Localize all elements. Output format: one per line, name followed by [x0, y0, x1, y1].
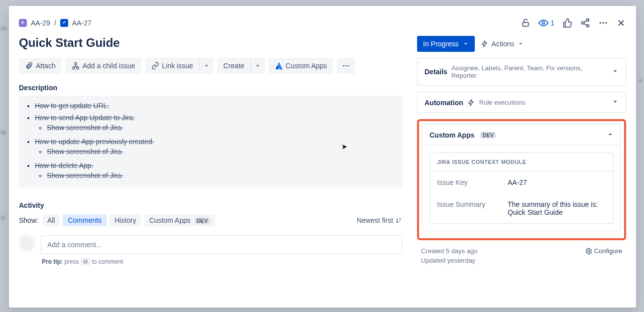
module-row-issue-key: Issue Key AA-27: [430, 171, 613, 193]
svg-point-14: [588, 250, 590, 252]
svg-point-13: [347, 65, 349, 67]
chevron-down-icon: [612, 68, 619, 76]
tab-custom-apps[interactable]: Custom Apps DEV: [144, 214, 215, 226]
custom-apps-button[interactable]: Custom Apps: [269, 58, 333, 74]
description-body[interactable]: How to get update URL.How to send App Up…: [19, 96, 402, 187]
tab-all[interactable]: All: [42, 214, 60, 226]
svg-point-1: [542, 22, 545, 24]
attach-button[interactable]: Attach: [19, 58, 62, 74]
toolbar-more[interactable]: [337, 58, 355, 74]
create-dropdown[interactable]: [251, 58, 265, 74]
bolt-icon: [467, 99, 475, 107]
breadcrumb-sep: /: [54, 19, 56, 27]
custom-apps-panel-header[interactable]: Custom Apps DEV: [423, 125, 621, 146]
atlassian-icon: [275, 62, 283, 70]
chevron-down-icon: [612, 98, 619, 107]
details-panel[interactable]: Details Assignee, Labels, Parent, Team, …: [417, 58, 626, 86]
svg-rect-10: [77, 67, 79, 69]
svg-point-6: [602, 22, 604, 23]
description-heading: Description: [19, 84, 402, 92]
activity-filter-row: Show: All Comments History Custom Apps D…: [19, 214, 402, 226]
svg-point-11: [343, 65, 344, 67]
comment-row: Add a comment...: [19, 235, 402, 254]
mouse-cursor: ➤: [341, 143, 347, 151]
issue-dialog: AA-29 / AA-27 1: [9, 6, 636, 308]
create-split: Create: [217, 58, 265, 74]
more-icon: [342, 62, 350, 70]
breadcrumb-child[interactable]: AA-27: [72, 19, 92, 27]
paperclip-icon: [25, 62, 33, 70]
watch-button[interactable]: 1: [538, 18, 554, 28]
svg-point-12: [345, 65, 347, 67]
tab-history[interactable]: History: [109, 214, 141, 226]
desc-item: How to delete App.Show screenshot of Jir…: [35, 159, 395, 183]
desc-subitem: Show screenshot of Jira.: [47, 122, 395, 134]
side-column: In Progress Actions Details Assignee, La…: [412, 31, 636, 308]
svg-point-2: [587, 19, 589, 21]
link-issue-split: Link issue: [145, 58, 214, 74]
svg-point-3: [582, 22, 584, 24]
automation-panel[interactable]: Automation Rule executions: [417, 92, 626, 113]
top-bar: AA-29 / AA-27 1: [9, 6, 636, 31]
lock-icon[interactable]: [521, 18, 531, 28]
sort-icon: [395, 217, 402, 224]
chevron-down-icon: [463, 41, 469, 47]
show-label: Show:: [19, 216, 38, 224]
status-row: In Progress Actions: [417, 36, 626, 52]
avatar: [19, 235, 35, 251]
link-icon: [151, 62, 159, 70]
sort-toggle[interactable]: Newest first: [357, 216, 402, 224]
updated-meta: Updated yesterday: [421, 257, 475, 264]
link-issue-dropdown[interactable]: [200, 58, 214, 74]
more-icon[interactable]: [598, 18, 608, 28]
breadcrumb-parent[interactable]: AA-29: [31, 19, 50, 27]
custom-apps-panel: Custom Apps DEV JIRA ISSUE CONTEXT MODUL…: [422, 124, 621, 231]
desc-item: How to send App Update to Jira.Show scre…: [35, 112, 395, 136]
desc-subitem: Show screenshot of Jira.: [47, 169, 395, 181]
like-icon[interactable]: [562, 18, 572, 28]
highlight-annotation: Custom Apps DEV JIRA ISSUE CONTEXT MODUL…: [417, 119, 626, 240]
chevron-down-icon: [518, 41, 524, 47]
protip: Pro tip: press M to comment: [42, 258, 402, 265]
desc-item: How to get update URL.: [35, 100, 395, 112]
status-button[interactable]: In Progress: [417, 36, 475, 52]
module-row-issue-summary: Issue Summary The summary of this issue …: [430, 193, 613, 223]
configure-button[interactable]: Configure: [585, 247, 622, 255]
bolt-icon: [481, 40, 489, 48]
chevron-down-icon: [255, 63, 261, 69]
close-icon[interactable]: [616, 18, 626, 28]
meta-block: Created 5 days ago Configure Updated yes…: [417, 246, 626, 265]
actions-button[interactable]: Actions: [481, 40, 524, 48]
watch-count: 1: [550, 19, 554, 27]
svg-point-4: [587, 24, 589, 27]
top-right-actions: 1: [521, 18, 626, 28]
chevron-down-icon: [204, 63, 210, 69]
main-column: Quick Start Guide Attach Add a child iss…: [9, 31, 412, 308]
child-issue-icon: [72, 62, 80, 70]
comment-input[interactable]: Add a comment...: [41, 235, 402, 254]
svg-rect-9: [73, 67, 75, 69]
page-title[interactable]: Quick Start Guide: [19, 36, 402, 50]
parent-type-icon: [19, 19, 27, 27]
chevron-up-icon: [607, 131, 614, 139]
add-child-button[interactable]: Add a child issue: [66, 58, 141, 74]
gear-icon: [585, 248, 592, 255]
create-button[interactable]: Create: [217, 58, 251, 74]
svg-point-7: [605, 22, 607, 23]
issue-context-module: JIRA ISSUE CONTEXT MODULE Issue Key AA-2…: [429, 153, 614, 224]
activity-section: Activity Show: All Comments History Cust…: [19, 201, 402, 265]
svg-rect-8: [75, 62, 77, 64]
module-title: JIRA ISSUE CONTEXT MODULE: [430, 153, 613, 171]
activity-heading: Activity: [19, 201, 402, 209]
created-meta: Created 5 days ago: [421, 247, 477, 255]
issue-toolbar: Attach Add a child issue Link issue: [19, 58, 402, 74]
share-icon[interactable]: [580, 18, 590, 28]
tab-comments[interactable]: Comments: [63, 214, 107, 226]
child-type-icon: [60, 19, 68, 27]
breadcrumb: AA-29 / AA-27: [19, 19, 92, 27]
link-issue-button[interactable]: Link issue: [145, 58, 200, 74]
svg-point-5: [600, 22, 601, 23]
svg-rect-0: [523, 22, 529, 26]
